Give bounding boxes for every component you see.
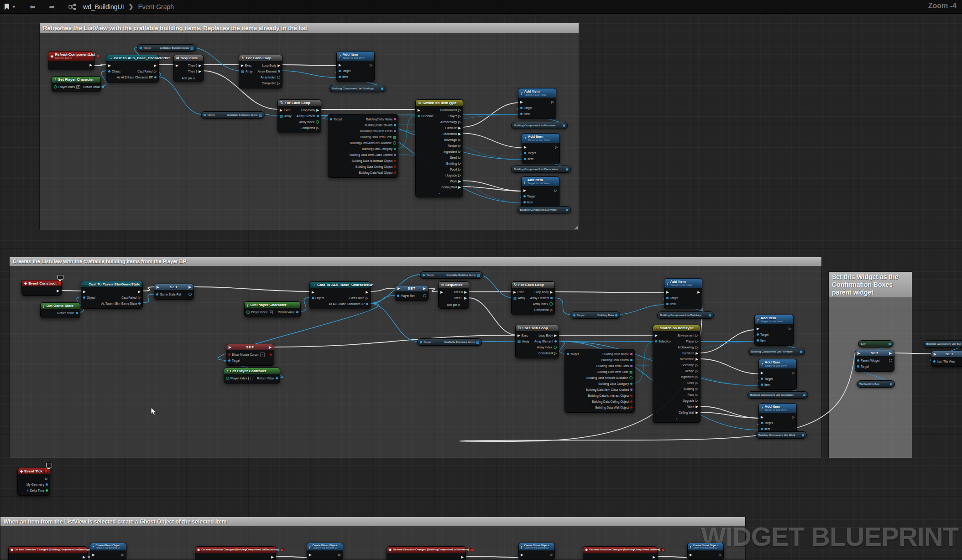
- pin-exec[interactable]: ▷: [792, 371, 795, 374]
- for-each-loop-4-node[interactable]: ↻For Each Loop▶ExecLoop Body▶▦ArrayArray…: [515, 325, 559, 358]
- comment-refresh-listview-title[interactable]: Refreshes the ListView with the craftabl…: [40, 23, 579, 33]
- pin-object[interactable]: Object: [83, 296, 95, 299]
- output-pin-icon[interactable]: [566, 168, 568, 171]
- get-game-state-node[interactable]: ƒGet Game StateReturn Value: [40, 302, 80, 318]
- pin-exec[interactable]: ▶Exec: [280, 109, 290, 112]
- exec-pin-icon[interactable]: ▶: [269, 346, 272, 349]
- switch-on-itemtype-1-node[interactable]: ⊞Switch on ItemType▶Environment▷Selectio…: [415, 99, 463, 197]
- pin-building-data-item-cost[interactable]: Building Data Item Cost▦: [597, 370, 633, 373]
- pin-array[interactable]: ▦Array: [518, 340, 529, 343]
- pin-array[interactable]: ▦Array: [241, 70, 253, 73]
- pin-exec[interactable]: ▶: [89, 63, 92, 67]
- comment-create-listview-title[interactable]: Creates the ListView with the craftable …: [10, 257, 821, 266]
- pin-target[interactable]: Target: [524, 151, 536, 155]
- pin-building-data-is-interact-object[interactable]: Building Data Is Interact Object: [351, 159, 396, 162]
- pin-array-element[interactable]: Array Element: [258, 70, 280, 73]
- array-pin-icon[interactable]: ▦: [476, 341, 479, 344]
- pin-completed[interactable]: Completed▷: [262, 82, 280, 85]
- pin-exec[interactable]: ▶: [83, 555, 85, 559]
- pin-exec[interactable]: ▷: [555, 145, 558, 149]
- get-craftable-building-items-1-variable[interactable]: TargetCraftable Building Items▦: [137, 44, 196, 52]
- pin-default-value[interactable]: 0: [248, 377, 252, 380]
- add-item-3-node[interactable]: ƒAdd ItemTarget is List View▶▷TargetItem: [522, 133, 560, 164]
- pin-loop-body[interactable]: Loop Body▶: [539, 334, 557, 337]
- pin-array-index[interactable]: Array Index: [537, 346, 557, 349]
- pin-upgrade[interactable]: Upgrade▷: [445, 174, 461, 177]
- pin-ingredient[interactable]: Ingredient▷: [444, 150, 461, 153]
- event-graph-canvas[interactable]: Refreshes the ListView with the craftabl…: [0, 0, 962, 560]
- pin-array-element[interactable]: Array Element: [297, 114, 319, 118]
- comment-ghost-object-title[interactable]: When an item from the ListView is select…: [0, 517, 745, 526]
- pin-building-data-amount-buildable[interactable]: Building Data Amount Buildable: [350, 141, 396, 145]
- pin-exec[interactable]: ▶: [271, 555, 274, 559]
- pin-target[interactable]: Target: [757, 333, 769, 336]
- pin-target[interactable]: Target: [330, 118, 342, 121]
- pin-target[interactable]: Target: [339, 69, 350, 73]
- get-craftable-furniture-items-1-variable[interactable]: TargetCraftable Furniture Items▦: [201, 111, 265, 119]
- get-craftable-building-items-2-variable[interactable]: TargetCraftable Building Items▦: [420, 271, 483, 279]
- add-item-6-node[interactable]: ƒAdd ItemTarget is List View▶▷TargetItem: [754, 315, 794, 346]
- node-footer-action[interactable]: ^: [653, 417, 700, 422]
- pin-exec[interactable]: ▶: [440, 290, 443, 294]
- add-item-8-node[interactable]: ƒAdd ItemTarget is List View▶▷TargetItem: [758, 403, 797, 434]
- pin-building-data-thumb[interactable]: Building Data Thumb: [601, 358, 633, 362]
- pin-exec[interactable]: ▶: [92, 553, 95, 556]
- pin-completed[interactable]: Completed▷: [539, 352, 557, 355]
- get-craftable-furniture-items-2-variable[interactable]: TargetCraftable Furniture Items▦: [417, 338, 482, 346]
- pin-exec[interactable]: ▶: [108, 64, 111, 67]
- pin-array-index[interactable]: Array Index: [299, 120, 319, 124]
- pin-player[interactable]: Player▷: [686, 340, 698, 343]
- add-item-2-node[interactable]: ƒAdd ItemTarget is List View▶▷TargetItem: [518, 88, 556, 119]
- pin-exec[interactable]: ▶: [666, 290, 669, 294]
- output-pin-icon[interactable]: [889, 359, 892, 362]
- set-last-tile-view-node[interactable]: ▶SET▶Last Tile View: [931, 351, 962, 367]
- pin-target[interactable]: Target: [761, 377, 773, 380]
- array-pin-icon[interactable]: ▦: [259, 114, 262, 117]
- exec-pin-icon[interactable]: ▶: [889, 352, 892, 355]
- get-building-component-list-work-2-variable[interactable]: Building Component List Work: [756, 431, 807, 439]
- pin-building[interactable]: Building▷: [446, 162, 461, 165]
- pin-environment[interactable]: Environment▷: [678, 334, 698, 337]
- pin-ceiling-wall[interactable]: Ceiling Wall▶: [679, 411, 698, 414]
- get-player-character-2-node[interactable]: ƒGet Player CharacterPlayer Index0Return…: [244, 301, 301, 317]
- pin-array[interactable]: ▦Array: [280, 114, 292, 118]
- pin-target[interactable]: Target: [228, 359, 240, 362]
- pin-return-value[interactable]: Return Value: [83, 85, 104, 88]
- pin-building-data-wall-object[interactable]: Building Data Wall Object: [359, 171, 396, 174]
- set-show-mouse-cursor-node[interactable]: ▶SET▶Show Mouse Cursor✓Target: [226, 344, 274, 366]
- output-pin-icon[interactable]: [803, 394, 805, 396]
- pin-environment[interactable]: Environment▷: [440, 109, 461, 112]
- pin-item[interactable]: Item: [524, 157, 533, 161]
- pin-exec[interactable]: ▷: [370, 63, 372, 67]
- pin-as-als-base-character-bp[interactable]: As ALS Base Character BP: [329, 302, 368, 306]
- get-building-component-list-decoration-1-variable[interactable]: Building Component List Decoration: [511, 166, 571, 173]
- pin-item[interactable]: Item: [757, 339, 766, 342]
- get-building-component-list-buildings-2-variable[interactable]: Building Component List Buildings: [657, 311, 714, 319]
- pin-exec[interactable]: ▶: [57, 289, 59, 292]
- pin-array[interactable]: ▦Array: [513, 296, 525, 300]
- event-construct-node[interactable]: ◆Event Construct▶: [21, 280, 62, 296]
- output-pin-icon[interactable]: [423, 294, 426, 297]
- pin-work[interactable]: Work▶: [687, 405, 698, 408]
- pin-ingredient[interactable]: Ingredient▷: [681, 375, 698, 379]
- pin-building-data-name[interactable]: Building Data Name: [366, 118, 396, 121]
- sequence-2-node[interactable]: ⇉Sequence▶Then 0▶Then 1▶Add pin ⊙: [438, 281, 469, 309]
- pin-item[interactable]: Item: [761, 427, 770, 430]
- get-player-controller-node[interactable]: ƒGet Player ControllerPlayer Index0Retur…: [224, 368, 280, 384]
- pin-food[interactable]: Food▷: [687, 393, 698, 396]
- pin-archaeology[interactable]: Archaeology▷: [678, 346, 698, 349]
- pin-furniture[interactable]: Furniture▶: [682, 352, 698, 355]
- pin-exec[interactable]: ▶: [761, 415, 763, 419]
- exec-pin-icon[interactable]: ▶: [157, 285, 159, 289]
- refresh-component-list-node[interactable]: ◆RefreshComponentListCustom Event▶: [48, 51, 94, 70]
- comment-confirmation-parent-title[interactable]: Set this Widget as the Confirmation Boxe…: [829, 272, 912, 297]
- pin-decoration[interactable]: Decoration▶: [443, 132, 461, 135]
- pin-building-data-ceiling-object[interactable]: Building Data Ceiling Object: [592, 400, 633, 403]
- exec-pin-icon[interactable]: ▶: [857, 352, 860, 355]
- pin-game-state-ref[interactable]: Game State Ref: [156, 293, 181, 296]
- pin-exec[interactable]: ▶: [690, 553, 692, 556]
- pin-cast-failed[interactable]: Cast Failed▷: [349, 296, 368, 300]
- pin-parent-widget[interactable]: Parent Widget: [857, 359, 879, 362]
- pin-exec[interactable]: ▶: [309, 553, 312, 556]
- pin-exec[interactable]: ▶: [312, 290, 314, 294]
